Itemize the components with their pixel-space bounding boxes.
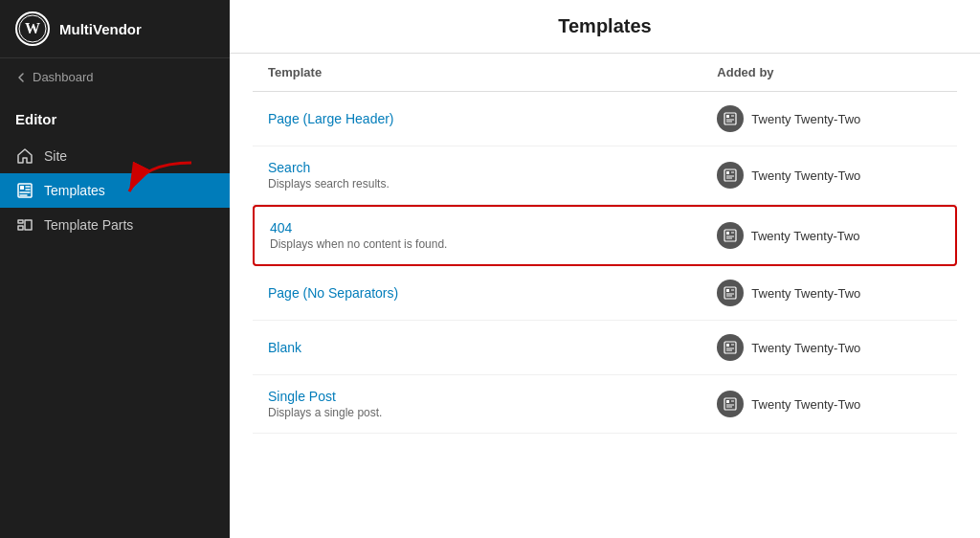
template-name[interactable]: 404 xyxy=(270,220,717,235)
table-row-highlighted[interactable]: 404 Displays when no content is found. T… xyxy=(253,205,957,266)
template-name[interactable]: Blank xyxy=(268,340,717,355)
svg-rect-21 xyxy=(726,232,729,235)
main-header: Templates xyxy=(230,0,980,54)
col-header-added-by: Added by xyxy=(717,65,942,79)
added-by-cell: Twenty Twenty-Two xyxy=(717,105,942,132)
table-row[interactable]: Search Displays search results. Twenty T… xyxy=(253,146,957,205)
svg-rect-31 xyxy=(726,344,729,347)
added-by-cell: Twenty Twenty-Two xyxy=(717,334,942,361)
sidebar: W MultiVendor Dashboard Editor Site xyxy=(0,0,230,538)
svg-rect-36 xyxy=(726,400,729,403)
theme-icon xyxy=(717,105,744,132)
template-info: Page (Large Header) xyxy=(268,111,717,126)
svg-rect-16 xyxy=(726,171,729,174)
svg-rect-10 xyxy=(724,113,736,124)
sidebar-header: W MultiVendor xyxy=(0,0,230,58)
added-by-name: Twenty Twenty-Two xyxy=(751,112,860,126)
theme-icon xyxy=(717,222,744,249)
table-row[interactable]: Single Post Displays a single post. Twen… xyxy=(253,375,957,434)
added-by-name: Twenty Twenty-Two xyxy=(751,397,860,412)
template-description: Displays search results. xyxy=(268,177,717,191)
svg-rect-20 xyxy=(724,230,736,241)
main-content: Templates Template Added by Page (Large … xyxy=(230,0,980,538)
added-by-name: Twenty Twenty-Two xyxy=(751,341,860,355)
svg-rect-35 xyxy=(724,398,736,410)
back-to-dashboard[interactable]: Dashboard xyxy=(0,58,230,96)
template-info: 404 Displays when no content is found. xyxy=(270,220,717,251)
added-by-cell: Twenty Twenty-Two xyxy=(717,391,942,417)
theme-icon xyxy=(717,391,744,417)
sidebar-nav: Site Templates xyxy=(0,135,230,246)
template-name[interactable]: Search xyxy=(268,160,717,175)
table-header: Template Added by xyxy=(253,54,957,92)
template-description: Displays a single post. xyxy=(268,406,717,419)
editor-section-label: Editor xyxy=(0,96,230,135)
added-by-cell: Twenty Twenty-Two xyxy=(717,162,942,189)
table-row[interactable]: Blank Twenty Twenty-Two xyxy=(253,321,957,375)
page-title: Templates xyxy=(558,15,651,37)
svg-rect-11 xyxy=(726,115,729,118)
table-row[interactable]: Page (Large Header) Twenty Twenty-Two xyxy=(253,92,957,146)
back-label: Dashboard xyxy=(33,70,94,84)
svg-rect-30 xyxy=(724,342,736,353)
template-info: Search Displays search results. xyxy=(268,160,717,191)
theme-icon xyxy=(717,280,744,306)
wordpress-logo-icon: W xyxy=(15,11,50,46)
theme-icon xyxy=(717,162,744,189)
svg-text:W: W xyxy=(25,20,40,36)
sidebar-item-templates-label: Templates xyxy=(44,183,105,198)
template-info: Single Post Displays a single post. xyxy=(268,389,717,419)
added-by-name: Twenty Twenty-Two xyxy=(751,229,860,243)
added-by-cell: Twenty Twenty-Two xyxy=(717,280,942,306)
added-by-name: Twenty Twenty-Two xyxy=(751,286,860,301)
added-by-name: Twenty Twenty-Two xyxy=(751,168,860,183)
template-info: Page (No Separators) xyxy=(268,285,717,301)
sidebar-item-template-parts[interactable]: Template Parts xyxy=(0,208,230,242)
chevron-left-icon xyxy=(15,72,27,83)
sidebar-item-template-parts-label: Template Parts xyxy=(44,217,133,233)
template-name[interactable]: Single Post xyxy=(268,389,717,404)
parts-icon xyxy=(15,215,34,235)
added-by-cell: Twenty Twenty-Two xyxy=(717,222,940,249)
sidebar-item-site-label: Site xyxy=(44,148,67,164)
sidebar-item-site[interactable]: Site xyxy=(0,139,230,173)
template-description: Displays when no content is found. xyxy=(270,237,717,251)
svg-rect-4 xyxy=(20,186,24,190)
template-name[interactable]: Page (No Separators) xyxy=(268,285,717,301)
templates-table: Template Added by Page (Large Header) xyxy=(230,54,980,538)
template-name[interactable]: Page (Large Header) xyxy=(268,111,717,126)
app-name: MultiVendor xyxy=(59,21,142,37)
svg-rect-25 xyxy=(724,287,736,299)
col-header-template: Template xyxy=(268,65,717,79)
table-row[interactable]: Page (No Separators) Twenty Twenty-Two xyxy=(253,266,957,321)
home-icon xyxy=(15,146,34,166)
svg-rect-15 xyxy=(724,169,736,181)
sidebar-item-templates[interactable]: Templates xyxy=(0,173,230,208)
svg-rect-26 xyxy=(726,289,729,292)
template-info: Blank xyxy=(268,340,717,355)
templates-icon xyxy=(15,181,34,200)
theme-icon xyxy=(717,334,744,361)
